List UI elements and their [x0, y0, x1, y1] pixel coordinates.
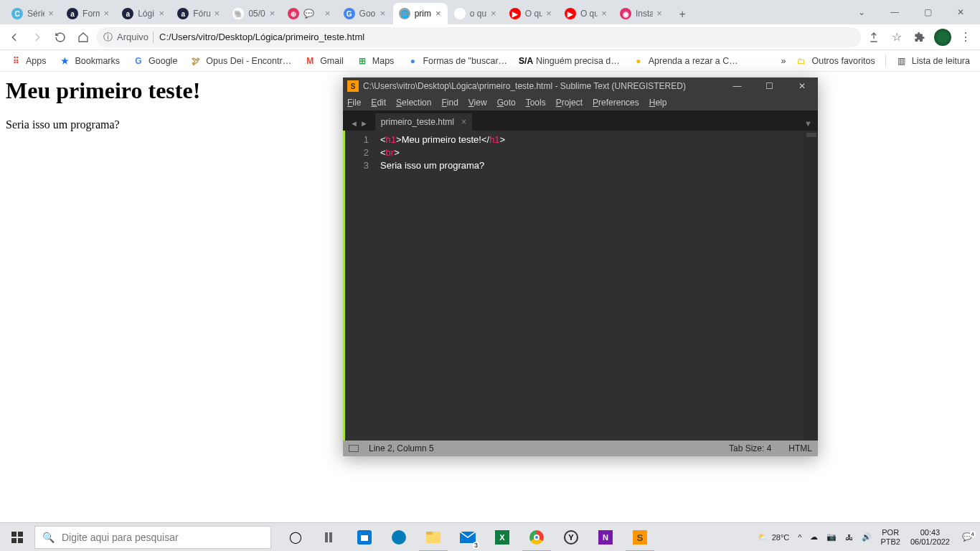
sublime-maximize-button[interactable]: ☐: [753, 77, 786, 95]
address-bar[interactable]: ⓘ Arquivo C:/Users/vitro/Desktop/Lógica/…: [96, 27, 861, 47]
reading-list[interactable]: ▥Lista de leitura: [892, 54, 974, 68]
share-icon[interactable]: [864, 27, 884, 47]
action-center-icon[interactable]: 💬4: [957, 532, 977, 542]
browser-tab[interactable]: aFóru×: [171, 3, 226, 24]
close-icon[interactable]: ×: [101, 9, 111, 19]
dell-icon[interactable]: [382, 523, 416, 552]
chevron-down-icon[interactable]: ⌄: [845, 0, 878, 24]
other-bookmarks[interactable]: 🗀Outros favoritos: [791, 54, 879, 68]
bookmarks-overflow-icon[interactable]: »: [781, 56, 786, 66]
language-indicator[interactable]: PORPTB2: [877, 528, 903, 547]
browser-tab[interactable]: ⊕💬×: [282, 3, 336, 24]
menu-item-selection[interactable]: Selection: [396, 98, 431, 108]
close-icon[interactable]: ×: [433, 9, 443, 19]
browser-tab[interactable]: ▶O qu×: [504, 3, 558, 24]
tab-dropdown-icon[interactable]: ▼: [798, 119, 818, 131]
menu-item-edit[interactable]: Edit: [371, 98, 386, 108]
cortana-icon[interactable]: [313, 523, 347, 552]
bookmark-item[interactable]: ⠿Apps: [6, 54, 51, 68]
home-button[interactable]: [73, 27, 93, 47]
cursor-position[interactable]: Line 2, Column 5: [369, 443, 434, 453]
maximize-button[interactable]: ▢: [911, 0, 944, 24]
close-icon[interactable]: ×: [489, 9, 499, 19]
extensions-icon[interactable]: [910, 27, 930, 47]
sublime-minimize-button[interactable]: —: [721, 77, 753, 95]
chrome-menu-icon[interactable]: ⋮: [956, 27, 976, 47]
bookmark-item[interactable]: S/ANinguém precisa d…: [516, 54, 624, 68]
bookmark-item[interactable]: ★Bookmarks: [55, 54, 125, 68]
reload-button[interactable]: [50, 27, 70, 47]
minimap[interactable]: [804, 131, 818, 441]
close-icon[interactable]: ×: [156, 9, 166, 19]
menu-item-preferences[interactable]: Preferences: [593, 98, 639, 108]
start-button[interactable]: [0, 523, 34, 552]
bookmark-item[interactable]: MGmail: [300, 54, 348, 68]
bookmark-item[interactable]: ●Aprenda a rezar a C…: [628, 54, 743, 68]
panel-toggle-icon[interactable]: [349, 445, 359, 452]
sublime-close-button[interactable]: ✕: [786, 77, 818, 95]
browser-tab[interactable]: GGoo×: [338, 3, 392, 24]
tab-size[interactable]: Tab Size: 4: [729, 443, 771, 453]
tab-nav-arrows[interactable]: ◄ ►: [347, 119, 371, 131]
sublime-window[interactable]: S C:\Users\vitro\Desktop\Lógica\primeiro…: [343, 77, 818, 456]
close-icon[interactable]: ×: [461, 117, 466, 127]
clock[interactable]: 00:4306/01/2022: [906, 528, 954, 547]
browser-tab[interactable]: aForm×: [61, 3, 116, 24]
profile-avatar[interactable]: [933, 27, 953, 47]
task-view-icon[interactable]: ◯: [278, 523, 313, 552]
browser-tab[interactable]: ◉Insta×: [614, 3, 669, 24]
browser-tab[interactable]: aLógi×: [116, 3, 171, 24]
meet-now-icon[interactable]: 📷: [824, 532, 839, 542]
code-line[interactable]: Seria isso um programa?: [380, 159, 804, 172]
close-icon[interactable]: ×: [212, 9, 222, 19]
browser-tab[interactable]: ▶O qu×: [559, 3, 613, 24]
browser-tab[interactable]: 🌐prim×: [393, 3, 448, 24]
network-icon[interactable]: 🖧: [842, 533, 856, 542]
sublime-file-tab[interactable]: primeiro_teste.html ×: [375, 113, 472, 131]
close-icon[interactable]: ×: [654, 9, 664, 19]
browser-tab[interactable]: Go qu×: [448, 3, 503, 24]
bookmark-item[interactable]: ⊞Maps: [352, 54, 399, 68]
menu-item-find[interactable]: Find: [441, 98, 458, 108]
close-button[interactable]: ✕: [944, 0, 977, 24]
tray-overflow-icon[interactable]: ^: [795, 533, 804, 542]
menu-item-help[interactable]: Help: [649, 98, 667, 108]
excel-icon[interactable]: X: [485, 523, 519, 552]
close-icon[interactable]: ×: [323, 9, 333, 19]
code-line[interactable]: <br>: [380, 146, 804, 159]
menu-item-project[interactable]: Project: [556, 98, 583, 108]
sublime-taskbar-icon[interactable]: S: [623, 523, 657, 552]
minimize-button[interactable]: —: [878, 0, 911, 24]
explorer-icon[interactable]: [416, 523, 451, 552]
volume-icon[interactable]: 🔊: [859, 532, 875, 542]
back-button[interactable]: [4, 27, 24, 47]
close-icon[interactable]: ×: [378, 9, 388, 19]
bookmark-item[interactable]: ●Formas de "buscar…: [402, 54, 512, 68]
menu-item-file[interactable]: File: [347, 98, 361, 108]
close-icon[interactable]: ×: [267, 9, 277, 19]
bookmark-item[interactable]: 🕊Opus Dei - Encontr…: [186, 54, 296, 68]
bookmark-star-icon[interactable]: ☆: [887, 27, 907, 47]
menu-item-view[interactable]: View: [468, 98, 487, 108]
close-icon[interactable]: ×: [46, 9, 56, 19]
browser-tab[interactable]: CSérie×: [6, 3, 60, 24]
sublime-editor[interactable]: 123 <h1>Meu primeiro teste!</h1><br>Seri…: [343, 131, 818, 441]
onenote-icon[interactable]: N: [588, 523, 623, 552]
taskbar-search[interactable]: 🔍 Digite aqui para pesquisar: [34, 526, 271, 549]
syntax-mode[interactable]: HTML: [788, 443, 812, 453]
close-icon[interactable]: ×: [599, 9, 609, 19]
close-icon[interactable]: ×: [544, 9, 554, 19]
bookmark-item[interactable]: GGoogle: [128, 54, 182, 68]
sublime-titlebar[interactable]: S C:\Users\vitro\Desktop\Lógica\primeiro…: [343, 77, 818, 95]
chrome-icon[interactable]: [519, 523, 554, 552]
code-line[interactable]: <h1>Meu primeiro teste!</h1>: [380, 133, 804, 146]
menu-item-goto[interactable]: Goto: [497, 98, 516, 108]
new-tab-button[interactable]: +: [672, 4, 692, 24]
weather-widget[interactable]: ⛅28°C: [755, 532, 793, 542]
site-info-chip[interactable]: ⓘ Arquivo: [103, 31, 154, 44]
menu-item-tools[interactable]: Tools: [526, 98, 546, 108]
browser-tab[interactable]: 🐘05/0×: [227, 3, 281, 24]
code-area[interactable]: <h1>Meu primeiro teste!</h1><br>Seria is…: [376, 131, 804, 441]
forward-button[interactable]: [27, 27, 47, 47]
onedrive-icon[interactable]: ☁: [807, 532, 821, 542]
